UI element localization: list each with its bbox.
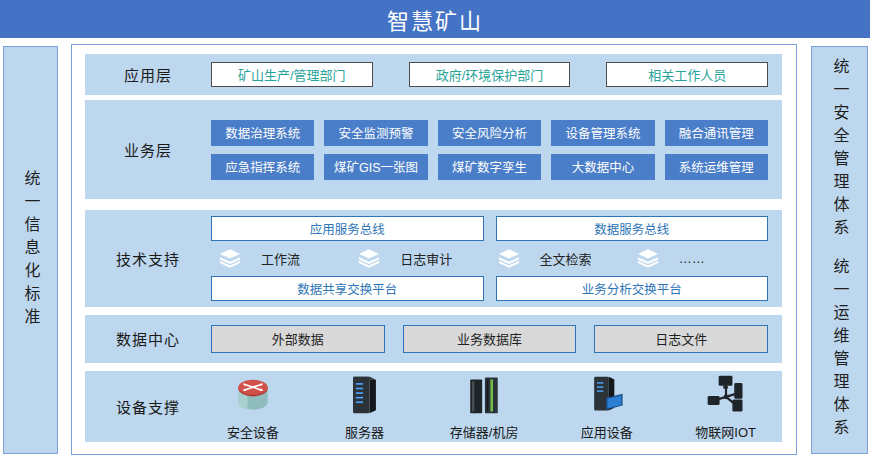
device-item: 服务器	[341, 373, 387, 441]
layer-label-tech-support: 技术支持	[85, 248, 211, 269]
middleware-item: ……	[629, 249, 768, 268]
device-support-items: 安全设备	[211, 373, 782, 441]
layer-label-device-support: 设备支撑	[85, 396, 211, 417]
layer-row-device-support: 设备支撑	[85, 371, 782, 442]
device-item: 存储器/机房	[450, 373, 519, 441]
smart-mine-architecture-diagram: 智慧矿山 统一信息化标准 统一安全管理体系 统一运维管理体系 应用层 矿山生产/…	[0, 0, 870, 457]
layers-icon	[358, 249, 380, 268]
app-device-icon	[584, 373, 630, 421]
middleware-item: 工作流	[211, 249, 350, 268]
device-item: 安全设备	[227, 373, 279, 441]
middleware-label: 工作流	[261, 249, 300, 268]
middleware-row: 工作流 日志审计 全文检索 ……	[211, 249, 768, 268]
data-store-box: 业务数据库	[403, 325, 577, 353]
business-row-1: 数据治理系统 安全监测预警 安全风险分析 设备管理系统 融合通讯管理	[211, 120, 768, 146]
data-center-items: 外部数据 业务数据库 日志文件	[211, 325, 782, 353]
layers-icon	[498, 249, 520, 268]
business-item-button: 系统运维管理	[665, 154, 768, 180]
business-items: 数据治理系统 安全监测预警 安全风险分析 设备管理系统 融合通讯管理 应急指挥系…	[211, 120, 782, 180]
layer-row-tech-support: 技术支持 应用服务总线 数据服务总线 工作流 日志审计	[85, 210, 782, 307]
layer-row-business: 业务层 数据治理系统 安全监测预警 安全风险分析 设备管理系统 融合通讯管理 应…	[85, 100, 782, 199]
business-row-2: 应急指挥系统 煤矿GIS一张图 煤矿数字孪生 大数据中心 系统运维管理	[211, 154, 768, 180]
device-item: 物联网IOT	[695, 373, 756, 441]
storage-rack-icon	[461, 373, 507, 421]
platform-box: 业务分析交换平台	[496, 276, 769, 301]
left-sidebar-label: 统一信息化标准	[23, 170, 39, 331]
business-item-button: 设备管理系统	[551, 120, 654, 146]
data-store-box: 日志文件	[594, 325, 768, 353]
application-items: 矿山生产/管理部门 政府/环境保护部门 相关工作人员	[211, 62, 782, 87]
service-bus-box: 数据服务总线	[496, 216, 769, 241]
exchange-platform-row: 数据共享交换平台 业务分析交换平台	[211, 276, 768, 301]
device-item: 应用设备	[581, 373, 633, 441]
platform-box: 数据共享交换平台	[211, 276, 484, 301]
right-system-sidebar: 统一安全管理体系 统一运维管理体系	[811, 46, 868, 454]
business-item-button: 融合通讯管理	[665, 120, 768, 146]
app-item-box: 矿山生产/管理部门	[211, 62, 373, 87]
app-item-box: 政府/环境保护部门	[409, 62, 571, 87]
service-bus-box: 应用服务总线	[211, 216, 484, 241]
business-item-button: 大数据中心	[551, 154, 654, 180]
layer-label-business: 业务层	[85, 139, 211, 160]
device-label: 应用设备	[581, 422, 633, 441]
business-item-button: 煤矿GIS一张图	[324, 154, 427, 180]
device-label: 安全设备	[227, 422, 279, 441]
device-label: 服务器	[345, 422, 384, 441]
iot-network-icon	[703, 373, 749, 421]
security-device-icon	[230, 373, 276, 421]
middleware-label: ……	[679, 251, 705, 266]
middleware-label: 全文检索	[540, 249, 592, 268]
left-standard-sidebar: 统一信息化标准	[3, 46, 58, 454]
data-store-box: 外部数据	[211, 325, 385, 353]
middleware-item: 全文检索	[490, 249, 629, 268]
title-banner: 智慧矿山	[0, 0, 870, 38]
service-bus-row: 应用服务总线 数据服务总线	[211, 216, 768, 241]
business-item-button: 安全监测预警	[324, 120, 427, 146]
business-item-button: 安全风险分析	[438, 120, 541, 146]
middleware-label: 日志审计	[400, 249, 452, 268]
page-title: 智慧矿山	[387, 3, 483, 35]
layer-label-application: 应用层	[85, 64, 211, 85]
device-label: 存储器/机房	[450, 422, 519, 441]
layer-row-data-center: 数据中心 外部数据 业务数据库 日志文件	[85, 315, 782, 363]
device-label: 物联网IOT	[695, 422, 756, 441]
layer-label-data-center: 数据中心	[85, 328, 211, 349]
layers-icon	[219, 249, 241, 268]
layers-icon	[637, 249, 659, 268]
right-sidebar-label-ops: 统一运维管理体系	[832, 258, 848, 442]
business-item-button: 数据治理系统	[211, 120, 314, 146]
right-sidebar-label-security: 统一安全管理体系	[832, 58, 848, 242]
middleware-item: 日志审计	[350, 249, 489, 268]
server-icon	[341, 373, 387, 421]
tech-support-items: 应用服务总线 数据服务总线 工作流 日志审计 全文检索	[211, 216, 782, 301]
business-item-button: 应急指挥系统	[211, 154, 314, 180]
app-item-box: 相关工作人员	[606, 62, 768, 87]
architecture-frame: 应用层 矿山生产/管理部门 政府/环境保护部门 相关工作人员 业务层 数据治理系…	[71, 44, 797, 455]
business-item-button: 煤矿数字孪生	[438, 154, 541, 180]
layer-row-application: 应用层 矿山生产/管理部门 政府/环境保护部门 相关工作人员	[85, 54, 782, 95]
